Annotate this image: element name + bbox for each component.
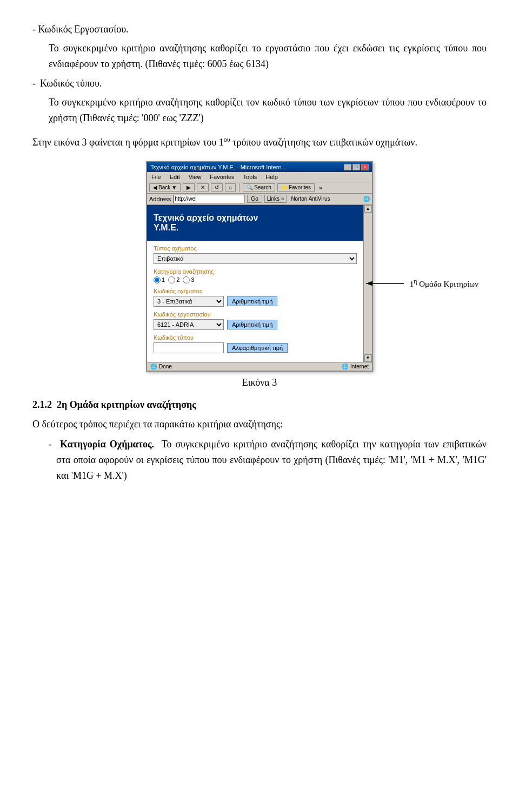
caption: Εικόνα 3 — [32, 377, 487, 388]
field5-btn[interactable]: Αλφαριθμητική τιμή — [227, 343, 288, 353]
radio-2-label: 2 — [176, 276, 179, 283]
maximize-button[interactable]: □ — [352, 164, 360, 170]
section-title: 2η Ομάδα κριτηρίων αναζήτησης — [57, 399, 196, 410]
paragraph-1: - Κωδικός Εργοστασίου. — [32, 22, 487, 37]
minimize-button[interactable]: _ — [344, 164, 351, 170]
status-icon: 🌐 — [150, 364, 157, 369]
paragraph-5: Στην εικόνα 3 φαίνεται η φόρμα κριτηρίων… — [32, 135, 487, 150]
browser-statusbar: 🌐 Done 🌐 Internet — [147, 362, 372, 371]
field1-select[interactable]: Επιβατικά — [154, 253, 357, 264]
menu-favorites[interactable]: Favorites — [208, 173, 236, 181]
form-section: Τύπος οχήματος Επιβατικά Κατηγορία αναζή… — [147, 241, 363, 362]
separator-1 — [239, 183, 239, 192]
address-bar-icon: 🌐 — [363, 196, 370, 202]
address-input[interactable] — [173, 195, 245, 203]
status-done: Done — [159, 364, 172, 369]
browser-container: Τεχνικό αρχείο οχημάτων Y.M.E. - Microso… — [32, 161, 487, 372]
field3-select[interactable]: 3 - Επιβατικά — [154, 296, 224, 307]
section-heading: 2.1.2 2η Ομάδα κριτηρίων αναζήτησης — [32, 397, 487, 413]
paragraph-6: Ο δεύτερος τρόπος περιέχει τα παρακάτω κ… — [32, 417, 487, 432]
toolbar-extra: » — [319, 184, 322, 191]
bullet-1: - Κατηγορία Οχήματος. Το συγκεκριμένο κρ… — [49, 437, 487, 483]
superscript-1: ου — [224, 136, 230, 143]
page-content: Τεχνικό αρχείο οχημάτων Υ.Μ.Ε. Τύπος οχή… — [147, 205, 363, 362]
scroll-up-arrow[interactable]: ▲ — [364, 205, 372, 213]
page-header-line2: Υ.Μ.Ε. — [154, 223, 357, 233]
menu-tools[interactable]: Tools — [241, 173, 260, 181]
bullet-1-text: Κατηγορία Οχήματος. Το συγκεκριμένο κριτ… — [56, 437, 487, 483]
radio-3-label: 3 — [191, 276, 194, 283]
paragraph-2: Το συγκεκριμένο κριτήριο αναζήτησης καθο… — [49, 41, 487, 72]
page-header: Τεχνικό αρχείο οχημάτων Υ.Μ.Ε. — [147, 205, 363, 241]
radio-option-2: 2 — [168, 276, 179, 283]
field5-input[interactable] — [154, 342, 224, 353]
radio-3[interactable] — [183, 276, 190, 283]
annotation-arrow-svg — [363, 277, 407, 290]
menu-file[interactable]: File — [149, 173, 163, 181]
links-button[interactable]: Links » — [264, 195, 287, 203]
field4-label: Κωδικός εργοστασίου — [154, 311, 357, 318]
field4-select[interactable]: 6121 - ADRIA — [154, 319, 224, 330]
dash-2: - — [32, 76, 36, 91]
refresh-button[interactable]: ↺ — [211, 183, 223, 192]
paragraph-4: Το συγκεκριμένο κριτήριο αναζήτησης καθο… — [49, 95, 487, 126]
browser-window: Τεχνικό αρχείο οχημάτων Y.M.E. - Microso… — [146, 161, 373, 372]
radio-2[interactable] — [168, 276, 175, 283]
home-button[interactable]: ⌂ — [225, 183, 236, 192]
back-button[interactable]: ◀ Back ▼ — [149, 183, 181, 192]
dash-1: - Κωδικός Εργοστασίου. — [32, 22, 129, 37]
field4-btn[interactable]: Αριθμητική τιμή — [227, 320, 277, 329]
radio-1[interactable] — [154, 276, 161, 283]
page-header-line1: Τεχνικό αρχείο οχημάτων — [154, 213, 357, 223]
status-internet: Internet — [350, 364, 369, 369]
field5-row: Αλφαριθμητική τιμή — [154, 342, 357, 353]
radio-1-label: 1 — [162, 276, 165, 283]
annotation-label: 1η Ομάδα Κριτηρίων — [410, 278, 478, 289]
browser-title: Τεχνικό αρχείο οχημάτων Y.M.E. - Microso… — [150, 164, 287, 170]
criteria-annotation: 1η Ομάδα Κριτηρίων — [363, 277, 478, 290]
status-right: 🌐 Internet — [342, 364, 369, 369]
browser-titlebar: Τεχνικό αρχείο οχημάτων Y.M.E. - Microso… — [147, 162, 372, 172]
search-button[interactable]: 🔍 Search — [243, 183, 275, 192]
field2-label: Κατηγορία αναζήτησης — [154, 268, 357, 275]
field4-row: 6121 - ADRIA Αριθμητική τιμή — [154, 319, 357, 330]
browser-toolbar: ◀ Back ▼ ▶ ✕ ↺ ⌂ 🔍 Search ⭐ Favorites » — [147, 182, 372, 194]
menu-help[interactable]: Help — [263, 173, 280, 181]
field3-btn[interactable]: Αριθμητική τιμή — [227, 296, 277, 306]
radio-option-1: 1 — [154, 276, 165, 283]
forward-button[interactable]: ▶ — [183, 183, 195, 192]
browser-content: Τεχνικό αρχείο οχημάτων Υ.Μ.Ε. Τύπος οχή… — [147, 205, 372, 362]
browser-menubar: File Edit View Favorites Tools Help — [147, 172, 372, 182]
address-label: Address — [149, 196, 171, 202]
radio-group: 1 2 3 — [154, 276, 357, 283]
field3-row: 3 - Επιβατικά Αριθμητική τιμή — [154, 296, 357, 307]
browser-addressbar: Address Go Links » Norton AntiVirus 🌐 — [147, 194, 372, 205]
status-internet-icon: 🌐 — [342, 364, 348, 369]
menu-edit[interactable]: Edit — [168, 173, 182, 181]
norton-antivirus: Norton AntiVirus — [289, 195, 332, 202]
bullet-1-dash: - — [49, 437, 52, 483]
stop-button[interactable]: ✕ — [197, 183, 209, 192]
menu-view[interactable]: View — [187, 173, 204, 181]
close-button[interactable]: × — [361, 164, 369, 170]
paragraph-3-text: Κωδικός τύπου. — [40, 76, 487, 91]
paragraph-3-dash: - Κωδικός τύπου. — [32, 76, 487, 91]
scroll-down-arrow[interactable]: ▼ — [364, 354, 372, 362]
status-left: 🌐 Done — [150, 364, 172, 369]
field3-label: Κωδικός οχήματος — [154, 288, 357, 294]
radio-option-3: 3 — [183, 276, 194, 283]
field1-label: Τύπος οχήματος — [154, 245, 357, 252]
titlebar-buttons: _ □ × — [344, 164, 369, 170]
go-button[interactable]: Go — [247, 195, 262, 203]
field5-label: Κωδικός τύπου — [154, 334, 357, 341]
favorites-button[interactable]: ⭐ Favorites — [277, 183, 315, 192]
section-number: 2.1.2 — [32, 399, 52, 410]
